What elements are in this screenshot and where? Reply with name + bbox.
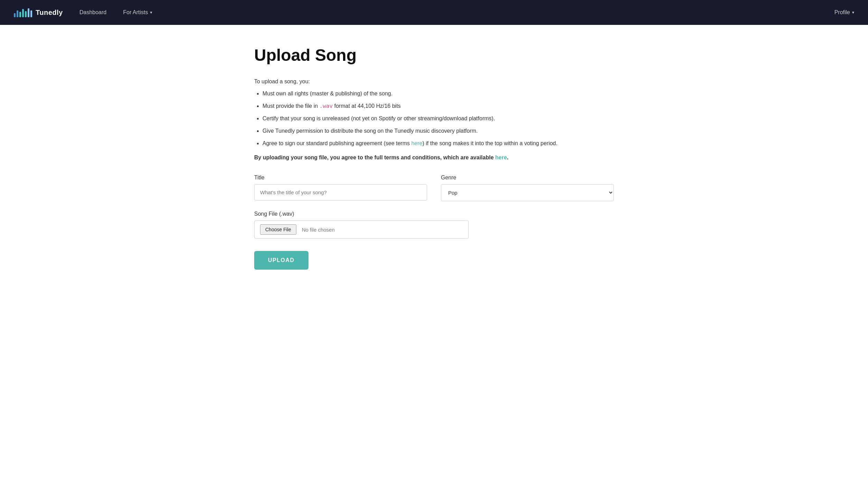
genre-group: Genre Pop Rock Hip-Hop R&B Jazz Classica… xyxy=(441,175,614,201)
for-artists-label: For Artists xyxy=(123,9,148,16)
logo-bar-6 xyxy=(28,8,29,17)
logo-bar-2 xyxy=(17,10,18,17)
instructions-section: To upload a song, you: Must own all righ… xyxy=(254,78,614,161)
logo-bar-7 xyxy=(30,10,32,17)
nav-right: Profile ▾ xyxy=(834,9,854,16)
wav-format-highlight: .wav xyxy=(320,103,333,109)
terms-bold-text: By uploading your song file, you agree t… xyxy=(254,155,614,161)
requirements-list: Must own all rights (master & publishing… xyxy=(254,90,614,148)
logo-bar-1 xyxy=(14,13,16,17)
logo: Tunedly xyxy=(14,8,63,17)
upload-form: Title Genre Pop Rock Hip-Hop R&B Jazz Cl… xyxy=(254,175,614,270)
profile-label: Profile xyxy=(834,9,850,16)
nav-dashboard[interactable]: Dashboard xyxy=(80,9,107,16)
genre-label: Genre xyxy=(441,175,614,181)
dashboard-label: Dashboard xyxy=(80,9,107,16)
logo-text: Tunedly xyxy=(36,9,63,17)
profile-button[interactable]: Profile ▾ xyxy=(834,9,854,16)
intro-text: To upload a song, you: xyxy=(254,78,614,85)
choose-file-button[interactable]: Choose File xyxy=(260,224,296,235)
terms-link-bold[interactable]: here xyxy=(495,155,507,160)
nav-for-artists[interactable]: For Artists ▾ xyxy=(123,9,152,16)
logo-bar-3 xyxy=(19,12,21,17)
logo-bar-4 xyxy=(22,9,24,17)
file-label: Song File (.wav) xyxy=(254,211,614,217)
genre-select[interactable]: Pop Rock Hip-Hop R&B Jazz Classical Elec… xyxy=(441,184,614,201)
logo-bar-5 xyxy=(25,11,27,17)
main-content: Upload Song To upload a song, you: Must … xyxy=(227,25,641,290)
logo-icon xyxy=(14,8,32,17)
title-input[interactable] xyxy=(254,184,427,200)
file-input-wrapper: Choose File No file chosen xyxy=(254,221,469,239)
navbar: Tunedly Dashboard For Artists ▾ Profile … xyxy=(0,0,868,25)
list-item: Agree to sign our standard publishing ag… xyxy=(262,139,614,148)
list-item: Certify that your song is unreleased (no… xyxy=(262,114,614,123)
list-item: Give Tunedly permission to distribute th… xyxy=(262,127,614,135)
title-label: Title xyxy=(254,175,427,181)
page-title: Upload Song xyxy=(254,46,614,65)
nav-left: Tunedly Dashboard For Artists ▾ xyxy=(14,8,152,17)
list-item: Must own all rights (master & publishing… xyxy=(262,90,614,98)
terms-link-inline[interactable]: here xyxy=(411,140,422,146)
file-group: Song File (.wav) Choose File No file cho… xyxy=(254,211,614,239)
upload-button[interactable]: UPLOAD xyxy=(254,251,308,270)
for-artists-chevron-icon: ▾ xyxy=(150,10,152,15)
title-genre-row: Title Genre Pop Rock Hip-Hop R&B Jazz Cl… xyxy=(254,175,614,201)
list-item: Must provide the file in .wav format at … xyxy=(262,102,614,110)
no-file-text: No file chosen xyxy=(302,227,335,233)
title-group: Title xyxy=(254,175,427,201)
profile-chevron-icon: ▾ xyxy=(852,10,854,15)
